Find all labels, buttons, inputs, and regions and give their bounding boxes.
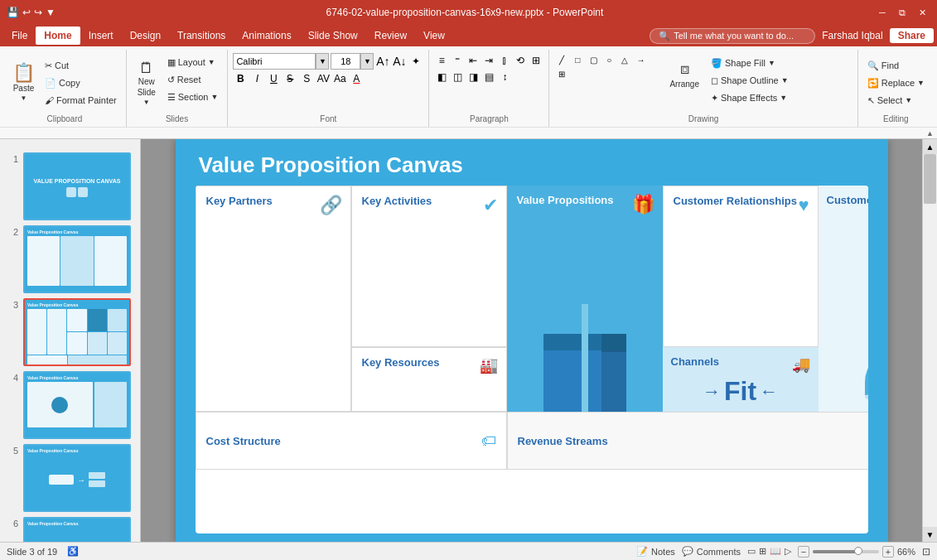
shape-outline-button[interactable]: ◻ Shape Outline ▼ — [707, 72, 793, 89]
format-painter-button[interactable]: 🖌 Format Painter — [41, 92, 121, 109]
align-left-button[interactable]: ◧ — [434, 70, 449, 84]
notes-button[interactable]: 📝 Notes — [636, 546, 675, 557]
menu-home[interactable]: Home — [36, 27, 80, 45]
scroll-track[interactable] — [923, 154, 937, 527]
comments-button[interactable]: 💬 Comments — [682, 546, 741, 557]
slide-canvas[interactable]: Value Proposition Canvas Key Partners 🔗 … — [176, 139, 888, 542]
slide-thumbnail-4[interactable]: 4 Value Proposition Canvas — [7, 371, 133, 439]
increase-indent-button[interactable]: ⇥ — [481, 53, 496, 68]
undo-icon[interactable]: ↩ — [22, 7, 31, 18]
normal-view-button[interactable]: ▭ — [747, 546, 756, 557]
slide-img-1[interactable]: VALUE PROPOSITION CANVAS — [23, 152, 131, 220]
underline-button[interactable]: U — [266, 71, 281, 86]
font-size-dropdown[interactable]: 18 ▼ — [331, 53, 374, 70]
menu-insert[interactable]: Insert — [80, 27, 122, 45]
customize-quick-access-icon[interactable]: ▼ — [46, 7, 56, 18]
shape-arrow[interactable]: → — [633, 53, 648, 66]
ribbon-collapse-button[interactable]: ▲ — [926, 129, 934, 138]
char-spacing-button[interactable]: AV — [316, 71, 331, 86]
slide-img-3[interactable]: Value Proposition Canvas — [23, 298, 131, 366]
cost-structure-cell[interactable]: Cost Structure 🏷 — [196, 412, 507, 470]
line-spacing-button[interactable]: ↕ — [497, 70, 512, 84]
increase-font-button[interactable]: A↑ — [375, 54, 390, 69]
zoom-handle[interactable] — [854, 547, 862, 555]
slide-img-4[interactable]: Value Proposition Canvas — [23, 371, 131, 439]
zoom-bar[interactable] — [813, 550, 879, 553]
decrease-font-button[interactable]: A↓ — [392, 54, 407, 69]
key-partners-cell[interactable]: Key Partners 🔗 — [196, 186, 351, 412]
new-slide-button[interactable]: 🗒 New Slide ▼ — [132, 60, 162, 106]
clear-format-button[interactable]: ✦ — [408, 54, 423, 69]
replace-button[interactable]: 🔁 Replace ▼ — [863, 75, 929, 91]
accessibility-icon[interactable]: ♿ — [67, 546, 79, 557]
shape-line[interactable]: ╱ — [554, 53, 569, 66]
bold-button[interactable]: B — [233, 71, 248, 86]
restore-button[interactable]: ⧉ — [894, 4, 910, 21]
menu-slideshow[interactable]: Slide Show — [300, 27, 366, 45]
key-resources-cell[interactable]: Key Resources 🏭 — [351, 347, 507, 412]
scroll-up-button[interactable]: ▲ — [923, 139, 937, 154]
reset-button[interactable]: ↺ Reset — [163, 71, 223, 88]
convert-smartart-button[interactable]: ⊞ — [529, 53, 543, 68]
slideshow-button[interactable]: ▷ — [785, 546, 791, 557]
menu-design[interactable]: Design — [122, 27, 169, 45]
zoom-in-button[interactable]: + — [882, 546, 894, 558]
vertical-scrollbar[interactable]: ▲ ▼ — [922, 139, 937, 542]
change-case-button[interactable]: Aa — [332, 71, 347, 86]
shape-oval[interactable]: ○ — [601, 53, 616, 66]
scroll-down-button[interactable]: ▼ — [923, 527, 937, 542]
font-size-arrow[interactable]: ▼ — [360, 53, 374, 70]
revenue-streams-cell[interactable]: Revenue Streams 💰 — [507, 412, 868, 470]
slide-img-6[interactable]: Value Proposition Canvas → — [23, 517, 131, 542]
font-name-box[interactable]: Calibri — [233, 53, 316, 70]
reading-view-button[interactable]: 📖 — [770, 546, 781, 557]
shape-effects-button[interactable]: ✦ Shape Effects ▼ — [707, 89, 793, 106]
value-propositions-cell[interactable]: Value Propositions 🎁 — [507, 186, 663, 412]
slide-thumbnail-1[interactable]: 1 VALUE PROPOSITION CANVAS — [7, 152, 133, 220]
text-direction-button[interactable]: ⟲ — [513, 53, 528, 68]
menu-animations[interactable]: Animations — [234, 27, 299, 45]
zoom-out-button[interactable]: − — [798, 546, 809, 558]
layout-button[interactable]: ▦ Layout ▼ — [163, 54, 223, 70]
find-button[interactable]: 🔍 Find — [863, 57, 929, 74]
arrange-button[interactable]: ⧈ Arrange — [665, 53, 703, 96]
menu-view[interactable]: View — [415, 27, 453, 45]
paste-dropdown-arrow[interactable]: ▼ — [21, 94, 27, 102]
text-columns-button[interactable]: ⫿ — [497, 53, 512, 68]
slide-thumbnail-3[interactable]: 3 Value Proposition Canvas — [7, 298, 133, 366]
key-activities-cell[interactable]: Key Activities ✔ — [351, 186, 507, 347]
strikethrough-button[interactable]: S̶ — [283, 71, 297, 86]
bullet-list-button[interactable]: ≡ — [434, 53, 449, 68]
font-size-box[interactable]: 18 — [331, 53, 360, 70]
font-color-button[interactable]: A — [349, 71, 364, 86]
slide-thumbnail-6[interactable]: 6 Value Proposition Canvas → — [7, 517, 133, 542]
close-button[interactable]: ✕ — [914, 4, 930, 21]
tell-me-search[interactable]: 🔍 Tell me what you want to do... — [650, 28, 815, 44]
slide-img-2[interactable]: Value Proposition Canvas — [23, 225, 131, 293]
align-center-button[interactable]: ◫ — [450, 70, 465, 84]
select-button[interactable]: ↖ Select ▼ — [863, 92, 929, 109]
share-button[interactable]: Share — [890, 28, 934, 43]
minimize-button[interactable]: ─ — [874, 4, 891, 21]
italic-button[interactable]: I — [249, 71, 264, 86]
shape-rect[interactable]: □ — [570, 53, 585, 66]
customer-relationships-cell[interactable]: Customer Relationships ♥ — [663, 186, 819, 347]
shape-round-rect[interactable]: ▢ — [586, 53, 601, 66]
slide-img-5[interactable]: Value Proposition Canvas → — [23, 444, 131, 512]
shape-triangle[interactable]: △ — [617, 53, 632, 66]
font-name-arrow[interactable]: ▼ — [316, 53, 329, 70]
channels-cell[interactable]: Channels 🚚 → Fit ← — [663, 347, 819, 412]
section-button[interactable]: ☰ Section ▼ — [163, 89, 223, 105]
customer-segments-cell[interactable]: Customer Segments 👥 — [819, 186, 868, 412]
copy-button[interactable]: 📄 Copy — [41, 75, 121, 91]
cut-button[interactable]: ✂ Cut — [41, 57, 121, 74]
decrease-indent-button[interactable]: ⇤ — [466, 53, 481, 68]
font-name-dropdown[interactable]: Calibri ▼ — [233, 53, 329, 70]
new-slide-arrow[interactable]: ▼ — [143, 99, 150, 106]
paste-button[interactable]: 📋 Paste ▼ — [8, 60, 39, 106]
menu-review[interactable]: Review — [366, 27, 415, 45]
scroll-thumb[interactable] — [924, 154, 936, 204]
shape-more[interactable]: ⊞ — [554, 67, 569, 80]
zoom-level[interactable]: 66% — [897, 547, 915, 557]
save-icon[interactable]: 💾 — [7, 7, 19, 18]
